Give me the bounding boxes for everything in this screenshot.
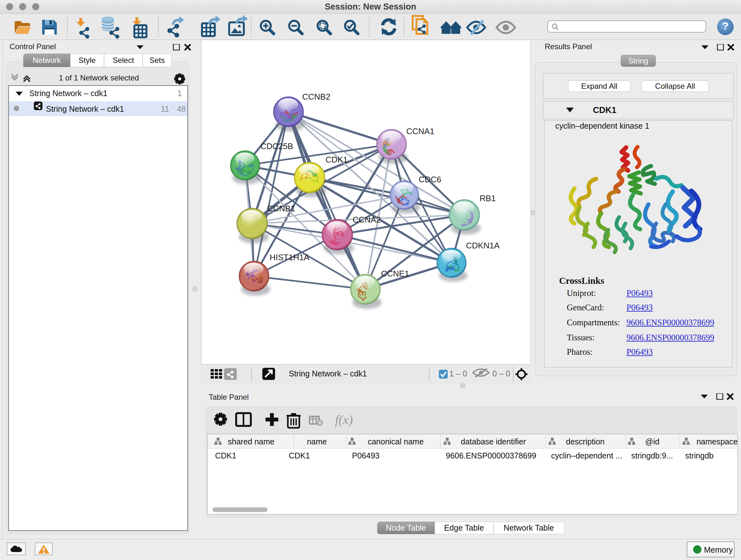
svg-text:CDC25B: CDC25B (260, 141, 293, 151)
svg-text:f(x): f(x) (335, 413, 353, 427)
svg-text:CDC6: CDC6 (419, 175, 441, 184)
svg-text:CCNA1: CCNA1 (406, 126, 434, 136)
svg-text:CCNB1: CCNB1 (267, 204, 295, 213)
svg-text:CCNB2: CCNB2 (302, 92, 330, 102)
svg-text:CCNA2: CCNA2 (353, 215, 381, 225)
svg-text:RB1: RB1 (480, 193, 496, 203)
svg-text:CDKN1A: CDKN1A (466, 241, 500, 250)
svg-text:HIST1H1A: HIST1H1A (270, 253, 310, 262)
svg-text:CDK1: CDK1 (326, 155, 347, 165)
svg-text:CCNE1: CCNE1 (381, 269, 409, 278)
